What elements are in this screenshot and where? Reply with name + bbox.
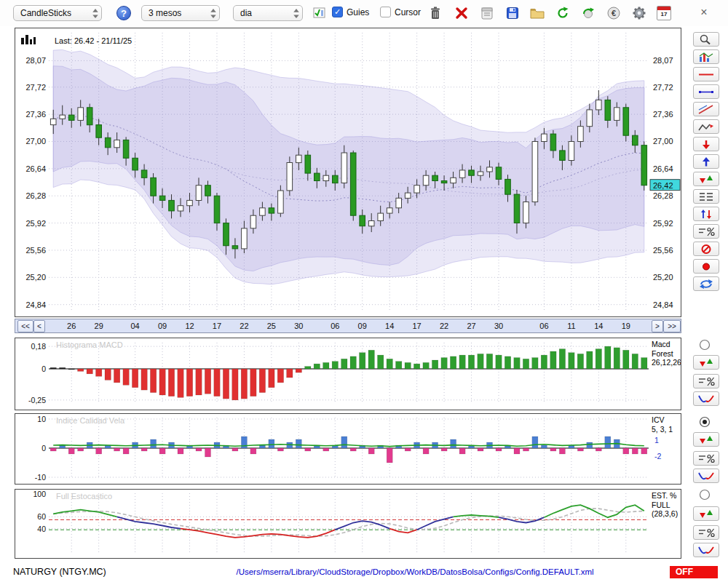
svg-text:26,42: 26,42 bbox=[653, 181, 673, 190]
refresh-button[interactable] bbox=[554, 5, 571, 21]
svg-text:27,72: 27,72 bbox=[25, 83, 46, 92]
save-button[interactable] bbox=[504, 5, 521, 21]
close-button[interactable]: × bbox=[696, 4, 712, 20]
list-icon bbox=[697, 191, 716, 202]
zigzag-tool-button[interactable] bbox=[693, 119, 719, 134]
buy-arrow-button[interactable] bbox=[693, 154, 719, 169]
signals-toggle-button[interactable] bbox=[693, 172, 719, 186]
percent-icon bbox=[697, 226, 716, 237]
guides-label: Guies bbox=[347, 7, 369, 17]
stochastic-percent-button[interactable] bbox=[693, 525, 719, 540]
svg-text:26,28: 26,28 bbox=[25, 191, 46, 200]
icv-signals-button[interactable] bbox=[693, 432, 719, 447]
data-table-button[interactable] bbox=[693, 189, 719, 204]
svg-text:27,72: 27,72 bbox=[653, 83, 673, 92]
tool-sidebar bbox=[687, 26, 728, 582]
stochastic-right-label: EST. % FULL (28,3,6) bbox=[652, 491, 678, 519]
svg-text:28,07: 28,07 bbox=[25, 56, 46, 65]
chart-type-select[interactable]: CandleSticks bbox=[13, 5, 102, 21]
svg-text:27,36: 27,36 bbox=[25, 110, 46, 119]
candlestick-chart[interactable]: 28,0728,0727,7227,7227,3627,3627,0027,00… bbox=[15, 28, 681, 316]
scroll-fast-back-button[interactable]: << bbox=[17, 320, 33, 332]
checkbox-box-icon bbox=[332, 7, 343, 17]
svg-text:27,00: 27,00 bbox=[653, 137, 673, 146]
date-tick: 09 bbox=[358, 322, 367, 330]
settings-button[interactable] bbox=[630, 5, 648, 21]
date-tick: 17 bbox=[413, 322, 422, 330]
macd-signals-button[interactable] bbox=[693, 355, 719, 370]
date-tick: 17 bbox=[213, 322, 221, 330]
refresh-green-icon bbox=[555, 6, 570, 20]
macd-right-label: Macd Forest 26,12,26 bbox=[652, 340, 681, 367]
red-line-tool-button[interactable] bbox=[693, 67, 719, 81]
checkbox-box-icon bbox=[380, 7, 391, 17]
macd-curve-button[interactable] bbox=[693, 391, 719, 406]
date-tick: 22 bbox=[440, 322, 448, 330]
stepper-icon bbox=[92, 8, 99, 19]
scale-toggle-button[interactable] bbox=[693, 207, 719, 221]
macd-panel: 0,180-0,25 Histograma MACD Macd Forest 2… bbox=[15, 338, 681, 410]
trendline-icon bbox=[697, 104, 716, 115]
stepper-icon bbox=[210, 8, 217, 19]
stochastic-panel: 1006040 Full Estocastico EST. % FULL (28… bbox=[15, 489, 681, 559]
zigzag-icon bbox=[697, 121, 716, 132]
scroll-forward-button[interactable]: > bbox=[652, 320, 663, 332]
svg-text:27,36: 27,36 bbox=[653, 110, 673, 119]
date-tick: 06 bbox=[331, 322, 339, 330]
guides-checkbox[interactable]: Guies bbox=[332, 7, 369, 17]
revert-green-icon bbox=[581, 6, 596, 20]
svg-text:25,20: 25,20 bbox=[653, 273, 673, 282]
config-path-label[interactable]: /Users/mserra/Library/CloudStorage/Dropb… bbox=[171, 567, 659, 576]
svg-text:-0,25: -0,25 bbox=[28, 396, 46, 404]
calendar-button[interactable]: 17 bbox=[655, 5, 673, 21]
macd-indicator-radio[interactable] bbox=[699, 339, 711, 351]
date-tick: 29 bbox=[95, 322, 103, 330]
icv-panel: 100-10 Indice Calidad Vela ICV 5, 3, 1 1… bbox=[15, 413, 681, 485]
stochastic-signals-button[interactable] bbox=[693, 506, 719, 521]
period-select[interactable]: 3 mesos bbox=[141, 5, 220, 21]
cursor-checkbox[interactable]: Cursor bbox=[380, 7, 421, 17]
stochastic-curve-button[interactable] bbox=[693, 543, 719, 557]
date-tick: 22 bbox=[240, 322, 248, 330]
delete-button[interactable] bbox=[453, 5, 470, 21]
date-tick: 06 bbox=[539, 322, 548, 330]
svg-text:24,84: 24,84 bbox=[25, 300, 46, 309]
mini-chart-check-icon[interactable] bbox=[312, 5, 329, 21]
date-axis: << < 26290409121722253006091417222730061… bbox=[15, 319, 681, 333]
scroll-back-button[interactable]: < bbox=[33, 320, 45, 332]
currency-button[interactable]: € bbox=[605, 5, 622, 21]
reload-data-button[interactable] bbox=[579, 5, 597, 21]
blue-line-tool-button[interactable] bbox=[693, 84, 719, 99]
trash-button[interactable] bbox=[427, 5, 444, 21]
buy-sell-arrows-icon bbox=[697, 357, 716, 368]
icv-indicator-radio[interactable] bbox=[699, 416, 711, 428]
svg-text:26,28: 26,28 bbox=[653, 191, 673, 200]
help-button[interactable]: ? bbox=[116, 6, 131, 20]
record-button[interactable] bbox=[693, 259, 719, 274]
svg-text:0: 0 bbox=[41, 364, 46, 373]
icv-curve-button[interactable] bbox=[693, 469, 719, 483]
wave-icon bbox=[697, 394, 716, 404]
reload-chart-button[interactable] bbox=[693, 276, 719, 291]
interval-select[interactable]: dia bbox=[233, 5, 303, 21]
buy-sell-arrows-icon bbox=[697, 434, 716, 445]
euro-coin-icon: € bbox=[606, 6, 621, 20]
macd-percent-button[interactable] bbox=[693, 374, 719, 388]
sell-arrow-button[interactable] bbox=[693, 137, 719, 151]
open-file-button[interactable] bbox=[529, 5, 546, 21]
disable-indicators-button[interactable] bbox=[693, 242, 719, 256]
red-down-arrow-icon bbox=[697, 139, 716, 150]
chart-type-button[interactable] bbox=[693, 49, 719, 64]
status-bar: NATURGY (NTGY.MC) /Users/mserra/Library/… bbox=[0, 562, 728, 582]
notes-button[interactable] bbox=[478, 5, 496, 21]
percent-icon bbox=[697, 453, 716, 464]
percent-scale-button[interactable] bbox=[693, 224, 719, 239]
wave-icon bbox=[697, 545, 716, 556]
svg-text:0,18: 0,18 bbox=[31, 342, 47, 351]
icv-percent-button[interactable] bbox=[693, 451, 719, 466]
trendline-tool-button[interactable] bbox=[693, 102, 719, 116]
scroll-fast-forward-button[interactable]: >> bbox=[663, 320, 681, 332]
stochastic-indicator-radio[interactable] bbox=[699, 489, 711, 501]
zoom-button[interactable] bbox=[693, 32, 719, 47]
icv-right-label: ICV 5, 3, 1 bbox=[652, 415, 673, 434]
